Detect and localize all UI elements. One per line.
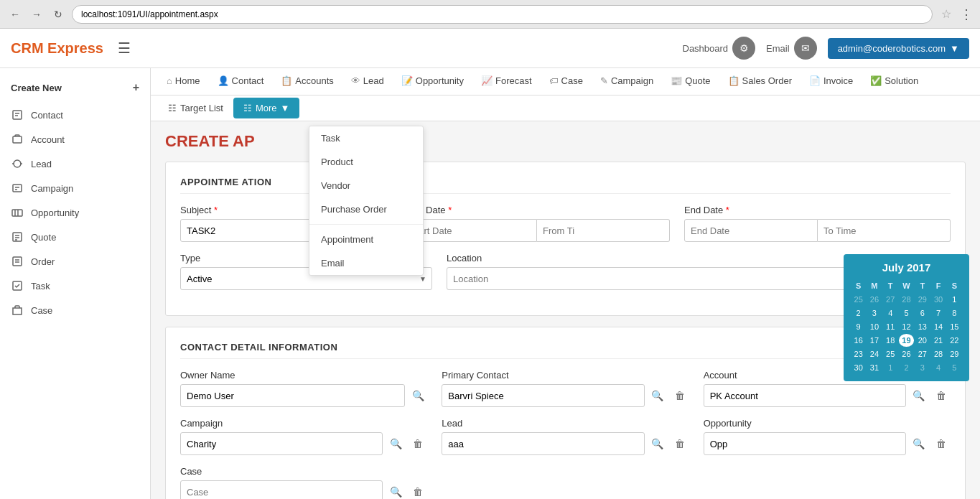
forward-button[interactable]: → (29, 6, 45, 22)
lead-input[interactable] (442, 432, 644, 455)
sidebar-item-quote[interactable]: Quote (0, 225, 150, 249)
tab-campaign[interactable]: ✎ Campaign (592, 68, 662, 95)
cal-day-1[interactable]: 1 (947, 293, 962, 306)
campaign-delete-icon[interactable]: 🗑 (409, 434, 427, 453)
opportunity-search-icon[interactable]: 🔍 (910, 434, 928, 453)
case-search-icon[interactable]: 🔍 (386, 482, 405, 499)
start-time-input[interactable] (537, 219, 670, 242)
sidebar-item-lead[interactable]: Lead (0, 151, 150, 176)
cal-day-26[interactable]: 26 (899, 348, 914, 360)
sidebar-item-campaign[interactable]: Campaign (0, 176, 150, 200)
cal-day-27[interactable]: 27 (915, 348, 930, 360)
account-delete-icon[interactable]: 🗑 (932, 386, 951, 405)
url-bar[interactable] (72, 5, 933, 24)
tab-lead[interactable]: 👁 Lead (342, 68, 393, 95)
cal-day-9[interactable]: 9 (851, 320, 866, 333)
cal-day-25[interactable]: 25 (883, 348, 898, 360)
cal-day-16[interactable]: 16 (851, 334, 866, 347)
cal-day-22[interactable]: 22 (947, 334, 962, 347)
owner-search-icon[interactable]: 🔍 (409, 386, 427, 405)
back-button[interactable]: ← (7, 6, 23, 22)
tab-accounts[interactable]: 📋 Accounts (272, 68, 342, 95)
target-list-tab[interactable]: ☷ Target List (158, 95, 233, 121)
cal-day-30[interactable]: 30 (851, 361, 866, 374)
primary-contact-delete-icon[interactable]: 🗑 (671, 386, 689, 405)
dropdown-item-email[interactable]: Email (309, 251, 423, 275)
cal-day-1-next[interactable]: 1 (883, 361, 898, 374)
campaign-input[interactable] (180, 432, 383, 455)
cal-day-28-prev[interactable]: 28 (899, 293, 914, 306)
browser-menu-icon[interactable]: ⋮ (960, 6, 973, 22)
primary-contact-input[interactable] (442, 384, 644, 407)
admin-dropdown-button[interactable]: admin@coderobotics.com ▼ (828, 38, 969, 59)
cal-day-19-today[interactable]: 19 (899, 334, 914, 347)
tab-opportunity[interactable]: 📝 Opportunity (393, 68, 472, 95)
cal-day-18[interactable]: 18 (883, 334, 898, 347)
end-date-input[interactable] (684, 219, 818, 242)
cal-day-29[interactable]: 29 (947, 348, 962, 360)
tab-quote[interactable]: 📰 Quote (662, 68, 719, 95)
cal-day-29-prev[interactable]: 29 (915, 293, 930, 306)
cal-day-3-next[interactable]: 3 (915, 361, 930, 374)
opportunity-delete-icon[interactable]: 🗑 (932, 434, 951, 453)
dropdown-item-task[interactable]: Task (309, 126, 423, 150)
cal-day-12[interactable]: 12 (899, 320, 914, 333)
create-new-plus-button[interactable]: + (133, 81, 139, 94)
dropdown-item-appointment[interactable]: Appointment (309, 228, 423, 251)
cal-day-13[interactable]: 13 (915, 320, 930, 333)
opportunity-input[interactable] (704, 432, 906, 455)
sidebar-item-opportunity[interactable]: Opportunity (0, 200, 150, 225)
cal-day-23[interactable]: 23 (851, 348, 866, 360)
dropdown-item-vendor[interactable]: Vendor (309, 174, 423, 197)
cal-day-8[interactable]: 8 (947, 307, 962, 320)
cal-day-14[interactable]: 14 (930, 320, 946, 333)
lead-delete-icon[interactable]: 🗑 (671, 434, 689, 453)
cal-day-28[interactable]: 28 (930, 348, 946, 360)
cal-day-10[interactable]: 10 (867, 320, 882, 333)
email-button[interactable]: Email ✉ (766, 37, 817, 60)
end-time-input[interactable] (818, 219, 951, 242)
cal-day-27-prev[interactable]: 27 (883, 293, 898, 306)
owner-input[interactable] (180, 384, 405, 407)
cal-day-4-next[interactable]: 4 (930, 361, 946, 374)
cal-day-30-prev[interactable]: 30 (930, 293, 946, 306)
cal-day-15[interactable]: 15 (947, 320, 962, 333)
tab-solution[interactable]: ✅ Solution (862, 68, 927, 95)
tab-invoice[interactable]: 📄 Invoice (801, 68, 862, 95)
cal-day-24[interactable]: 24 (867, 348, 882, 360)
cal-day-17[interactable]: 17 (867, 334, 882, 347)
cal-day-6[interactable]: 6 (915, 307, 930, 320)
tab-forecast[interactable]: 📈 Forecast (472, 68, 541, 95)
cal-day-25-prev[interactable]: 25 (851, 293, 866, 306)
case-delete-icon[interactable]: 🗑 (409, 482, 427, 499)
campaign-search-icon[interactable]: 🔍 (386, 434, 405, 453)
cal-day-31[interactable]: 31 (867, 361, 882, 374)
dropdown-item-product[interactable]: Product (309, 150, 423, 174)
tab-sales-order[interactable]: 📋 Sales Order (719, 68, 801, 95)
cal-day-3[interactable]: 3 (867, 307, 882, 320)
tab-case[interactable]: 🏷 Case (541, 68, 592, 95)
dropdown-item-purchase-order[interactable]: Purchase Order (309, 197, 423, 221)
cal-day-11[interactable]: 11 (883, 320, 898, 333)
tab-home[interactable]: ⌂ Home (158, 68, 209, 95)
sidebar-item-contact[interactable]: Contact (0, 103, 150, 127)
more-dropdown-button[interactable]: ☷ More ▼ (233, 98, 300, 118)
dashboard-button[interactable]: Dashboard ⚙ (683, 37, 756, 60)
cal-day-5[interactable]: 5 (899, 307, 914, 320)
account-search-icon[interactable]: 🔍 (910, 386, 928, 405)
tab-contact[interactable]: 👤 Contact (209, 68, 273, 95)
cal-day-2[interactable]: 2 (851, 307, 866, 320)
sidebar-item-case[interactable]: Case (0, 298, 150, 322)
lead-search-icon[interactable]: 🔍 (648, 434, 667, 453)
bookmark-icon[interactable]: ☆ (941, 7, 951, 21)
sidebar-item-account[interactable]: Account (0, 127, 150, 151)
refresh-button[interactable]: ↻ (50, 6, 66, 22)
case-input[interactable] (180, 480, 383, 499)
cal-day-20[interactable]: 20 (915, 334, 930, 347)
cal-day-26-prev[interactable]: 26 (867, 293, 882, 306)
cal-day-7[interactable]: 7 (930, 307, 946, 320)
account-input[interactable] (704, 384, 906, 407)
primary-contact-search-icon[interactable]: 🔍 (648, 386, 667, 405)
cal-day-5-next[interactable]: 5 (947, 361, 962, 374)
cal-day-2-next[interactable]: 2 (899, 361, 914, 374)
